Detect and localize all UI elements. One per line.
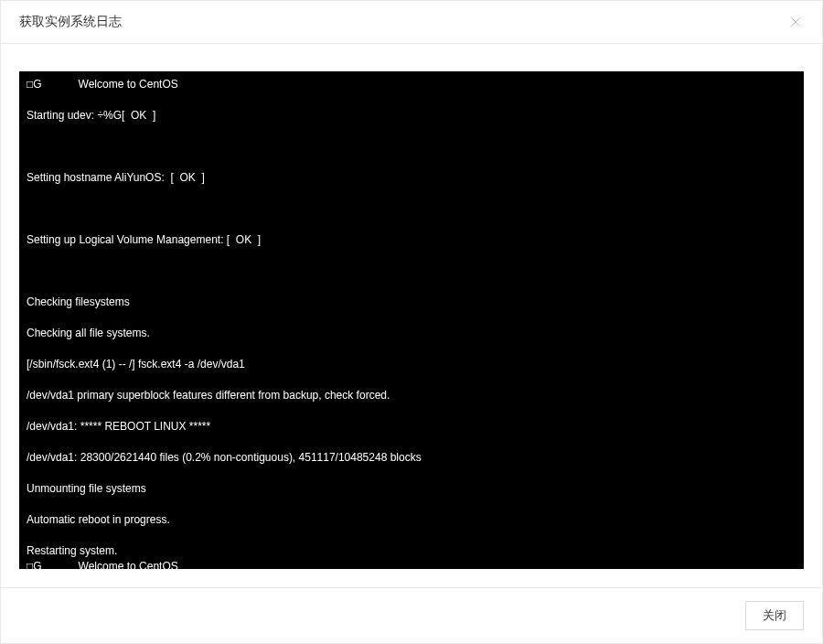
- system-log-dialog: 获取实例系统日志 □G Welcome to CentOS Starting u…: [0, 0, 823, 644]
- close-button[interactable]: 关闭: [745, 601, 804, 630]
- dialog-body: □G Welcome to CentOS Starting udev: ÷%G[…: [1, 44, 822, 587]
- close-icon[interactable]: [787, 14, 804, 30]
- dialog-title: 获取实例系统日志: [19, 14, 122, 30]
- console-wrap: □G Welcome to CentOS Starting udev: ÷%G[…: [19, 71, 804, 569]
- system-log-output[interactable]: □G Welcome to CentOS Starting udev: ÷%G[…: [19, 71, 804, 569]
- dialog-footer: 关闭: [1, 587, 822, 643]
- dialog-header: 获取实例系统日志: [1, 1, 822, 44]
